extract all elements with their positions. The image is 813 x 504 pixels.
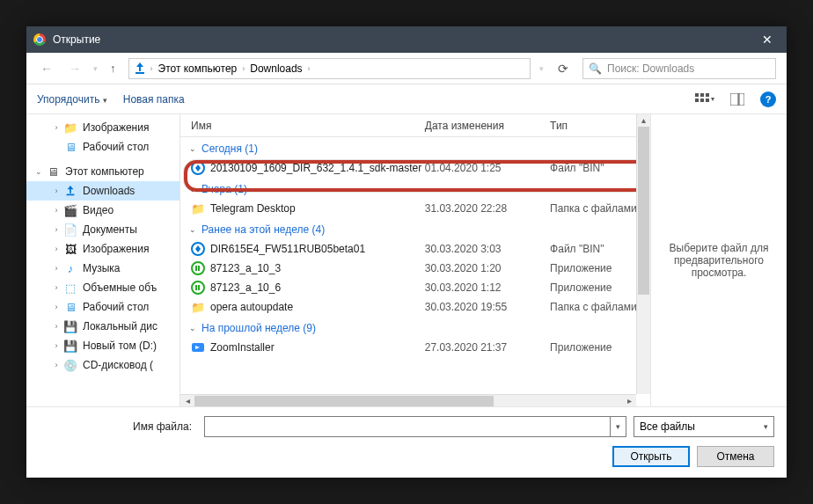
preview-pane: Выберите файл для предварительного просм… — [650, 114, 787, 406]
file-row[interactable]: 87123_a_10_3 30.03.2020 1:20 Приложение — [180, 259, 650, 278]
group-last-week[interactable]: ⌄На прошлой неделе (9) — [180, 317, 650, 338]
file-row[interactable]: ZoomInstaller 27.03.2020 21:37 Приложени… — [180, 338, 650, 357]
refresh-button[interactable]: ⟳ — [553, 62, 574, 76]
main-area: Имя Дата изменения Тип ⌄Сегодня (1) 2013… — [180, 114, 787, 406]
svg-rect-4 — [695, 99, 699, 102]
group-yesterday[interactable]: ⌄Вчера (1) — [180, 178, 650, 199]
svg-rect-16 — [195, 285, 197, 290]
bin-icon — [191, 161, 205, 175]
up-button[interactable]: ↑ — [106, 62, 120, 75]
tree-cd-drive[interactable]: ›💿CD-дисковод ( — [26, 355, 179, 375]
app-icon — [191, 281, 205, 295]
svg-rect-6 — [706, 99, 709, 102]
chevron-right-icon: › — [308, 64, 311, 73]
svg-rect-17 — [198, 285, 200, 290]
tree-3d[interactable]: ›⬚Объемные объ — [26, 278, 179, 297]
tree-images[interactable]: ›📁Изображения — [26, 118, 179, 137]
history-dropdown[interactable]: ▾ — [93, 64, 98, 73]
titlebar: Открытие ✕ — [26, 26, 787, 53]
col-name[interactable]: Имя — [191, 120, 425, 132]
footer: Имя файла: ▾ Все файлы▾ Открыть Отмена — [26, 406, 787, 478]
group-earlier-week[interactable]: ⌄Ранее на этой неделе (4) — [180, 218, 650, 239]
new-folder-button[interactable]: Новая папка — [123, 93, 185, 106]
close-button[interactable]: ✕ — [747, 26, 787, 53]
list-body: ⌄Сегодня (1) 20130109_1609_DIR_632_1.4.1… — [180, 137, 650, 394]
navbar: ← → ▾ ↑ › Этот компьютер › Downloads › ▾… — [26, 53, 787, 84]
tree-videos[interactable]: ›🎬Видео — [26, 201, 179, 220]
open-file-dialog: Открытие ✕ ← → ▾ ↑ › Этот компьютер › Do… — [26, 26, 787, 478]
search-icon: 🔍 — [589, 62, 602, 75]
help-button[interactable]: ? — [760, 91, 776, 107]
file-row[interactable]: 87123_a_10_6 30.03.2020 1:12 Приложение — [180, 278, 650, 297]
breadcrumb-downloads[interactable]: Downloads — [248, 62, 304, 75]
folder-icon: 📁 — [191, 300, 205, 314]
tree-music[interactable]: ›♪Музыка — [26, 259, 179, 278]
view-mode-button[interactable]: ▾ — [695, 93, 714, 106]
chevron-right-icon: › — [242, 64, 245, 73]
svg-rect-1 — [695, 93, 699, 97]
tree-downloads[interactable]: ›Downloads — [26, 181, 179, 201]
zoom-icon — [191, 340, 205, 354]
svg-rect-13 — [195, 266, 197, 271]
dialog-body: ›📁Изображения 🖥Рабочий стол ⌄🖥Этот компь… — [26, 114, 787, 406]
tree-desktop2[interactable]: ›🖥Рабочий стол — [26, 297, 179, 317]
tree-this-pc[interactable]: ⌄🖥Этот компьютер — [26, 162, 179, 181]
back-button[interactable]: ← — [37, 62, 56, 76]
horizontal-scrollbar[interactable]: ◂▸ — [180, 394, 636, 406]
preview-pane-button[interactable] — [730, 93, 744, 106]
file-row[interactable]: DIR615E4_FW511RUB05beta01 30.03.2020 3:0… — [180, 239, 650, 259]
file-row[interactable]: 20130109_1609_DIR_632_1.4.1_sdk-master 0… — [180, 158, 650, 178]
filename-dropdown[interactable]: ▾ — [611, 416, 626, 437]
vertical-scrollbar[interactable]: ▴ — [636, 114, 650, 394]
svg-rect-0 — [136, 72, 144, 74]
tree-local-disk[interactable]: ›💾Локальный дис — [26, 317, 179, 336]
toolbar: Упорядочить ▾ Новая папка ▾ ? — [26, 84, 787, 114]
search-placeholder: Поиск: Downloads — [607, 62, 694, 75]
downloads-icon — [133, 62, 147, 76]
folder-icon: 📁 — [191, 201, 205, 215]
app-icon — [191, 261, 205, 275]
address-dropdown[interactable]: ▾ — [539, 64, 544, 73]
filename-label: Имя файла: — [39, 420, 197, 433]
svg-rect-14 — [198, 266, 200, 271]
filetype-combo[interactable]: Все файлы▾ — [634, 416, 774, 437]
svg-rect-9 — [67, 194, 75, 196]
svg-rect-5 — [700, 99, 704, 102]
svg-rect-8 — [739, 93, 744, 106]
window-title: Открытие — [53, 33, 747, 46]
forward-button[interactable]: → — [65, 62, 84, 76]
breadcrumb-pc[interactable]: Этот компьютер — [157, 62, 239, 75]
search-input[interactable]: 🔍 Поиск: Downloads — [582, 58, 776, 79]
chevron-right-icon: › — [150, 64, 153, 73]
column-headers: Имя Дата изменения Тип — [180, 114, 650, 137]
group-today[interactable]: ⌄Сегодня (1) — [180, 137, 650, 158]
address-bar[interactable]: › Этот компьютер › Downloads › — [128, 58, 531, 79]
tree-documents[interactable]: ›📄Документы — [26, 220, 179, 239]
bin-icon — [191, 242, 205, 256]
col-date[interactable]: Дата изменения — [425, 120, 550, 132]
svg-rect-3 — [706, 93, 709, 97]
svg-rect-7 — [730, 93, 738, 106]
tree-new-volume[interactable]: ›💾Новый том (D:) — [26, 336, 179, 355]
col-type[interactable]: Тип — [550, 120, 650, 132]
preview-text: Выберите файл для предварительного просм… — [660, 242, 778, 279]
tree-images2[interactable]: ›🖼Изображения — [26, 239, 179, 259]
nav-tree: ›📁Изображения 🖥Рабочий стол ⌄🖥Этот компь… — [26, 114, 180, 406]
file-row[interactable]: 📁Telegram Desktop 31.03.2020 22:28 Папка… — [180, 199, 650, 218]
organize-button[interactable]: Упорядочить ▾ — [37, 93, 107, 106]
tree-desktop[interactable]: 🖥Рабочий стол — [26, 137, 179, 157]
svg-rect-2 — [700, 93, 704, 97]
open-button[interactable]: Открыть — [612, 446, 690, 467]
chrome-icon — [33, 33, 46, 46]
cancel-button[interactable]: Отмена — [697, 446, 774, 467]
file-row[interactable]: 📁opera autoupdate 30.03.2020 19:55 Папка… — [180, 297, 650, 317]
filename-input[interactable] — [204, 416, 611, 437]
file-list: Имя Дата изменения Тип ⌄Сегодня (1) 2013… — [180, 114, 650, 406]
